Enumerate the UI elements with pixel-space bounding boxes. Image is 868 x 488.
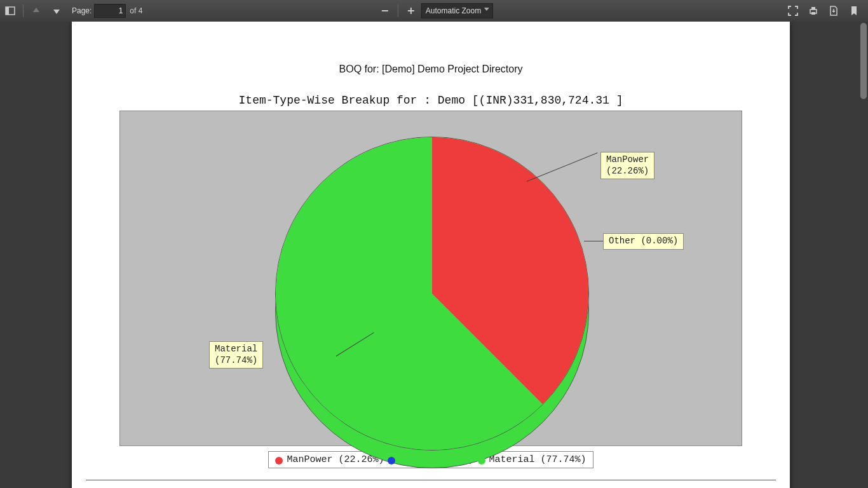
zoom-mode-select[interactable]: Automatic Zoom [421, 3, 493, 18]
zoom-mode-value: Automatic Zoom [426, 6, 481, 15]
scrollbar-thumb[interactable] [860, 23, 867, 99]
pie-top-face [275, 137, 589, 451]
pdf-toolbar: Page: of 4 Automatic Zoom [0, 0, 868, 22]
callout-leader [527, 152, 598, 182]
pie-callout-manpower: ManPower(22.26%) [600, 152, 654, 179]
svg-rect-6 [811, 7, 815, 10]
fullscreen-button[interactable] [784, 2, 802, 20]
separator [23, 4, 24, 17]
legend-label-manpower: ManPower (22.26%) [287, 454, 384, 465]
page-label: Page: [72, 6, 92, 15]
prev-page-button[interactable] [27, 2, 45, 20]
svg-rect-1 [6, 7, 9, 15]
svg-rect-7 [811, 12, 815, 15]
separator [398, 4, 398, 17]
document-title: BOQ for: [Demo] Demo Project Directory [72, 64, 790, 75]
zoom-out-button[interactable] [376, 2, 394, 20]
pie-chart: ManPower(22.26%) Other (0.00%) Material(… [119, 111, 742, 446]
download-button[interactable] [825, 2, 843, 20]
pie-callout-material: Material(77.74%) [209, 341, 263, 369]
print-button[interactable] [804, 2, 822, 20]
legend-swatch-other [388, 457, 395, 464]
pdf-page: BOQ for: [Demo] Demo Project Directory I… [72, 22, 790, 488]
sidebar-toggle-button[interactable] [1, 2, 19, 20]
legend-swatch-manpower [275, 457, 283, 464]
page-number-input[interactable] [94, 4, 126, 18]
pie-callout-other: Other (0.00%) [603, 233, 684, 250]
horizontal-rule [86, 480, 776, 480]
next-page-button[interactable] [48, 2, 65, 20]
chart-title: Item-Type-Wise Breakup for : Demo [(INR)… [72, 94, 790, 107]
bookmark-button[interactable] [845, 2, 863, 20]
svg-rect-4 [410, 8, 412, 14]
toolbar-right [783, 2, 868, 20]
svg-rect-2 [382, 10, 388, 11]
legend-swatch-material [478, 457, 485, 464]
toolbar-center: Automatic Zoom [375, 2, 493, 20]
callout-leader [584, 241, 603, 241]
legend-label-material: Material (77.74%) [489, 454, 587, 465]
zoom-in-button[interactable] [402, 2, 420, 20]
chevron-down-icon [484, 8, 489, 11]
pdf-viewport[interactable]: BOQ for: [Demo] Demo Project Directory I… [0, 22, 868, 488]
page-total-label: of 4 [130, 6, 142, 15]
